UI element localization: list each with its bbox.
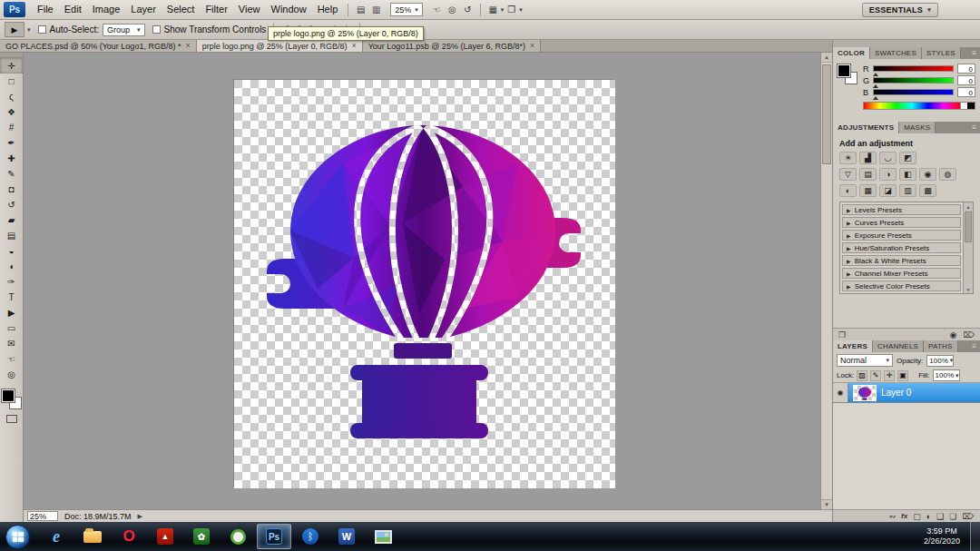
move-tool[interactable]: ✛ [0,58,23,74]
close-icon[interactable]: × [185,42,190,50]
blue-value-input[interactable]: 0 [957,87,975,97]
green-value-input[interactable]: 0 [957,75,975,85]
tab-paths[interactable]: PATHS [924,340,957,352]
arrange-documents-icon[interactable]: ▦ [485,5,501,15]
color-balance-icon[interactable]: ◑ [879,168,897,181]
expander-icon[interactable]: ▶ [847,220,851,226]
close-icon[interactable]: × [351,42,356,50]
selective-color-presets-item[interactable]: ▶ Selective Color Presets [842,280,961,291]
layer-row-layer-0[interactable]: ◉ Layer 0 [833,383,980,403]
channel-mixer-presets-item[interactable]: ▶ Channel Mixer Presets [842,268,961,279]
notes-tool[interactable]: ✉ [0,336,23,351]
scroll-up-icon[interactable]: ▲ [821,53,832,63]
menu-select[interactable]: Select [162,0,201,19]
layer-style-icon[interactable]: fx [901,512,907,520]
dodge-tool[interactable]: ◖ [0,259,23,274]
lock-pixels-icon[interactable]: ✎ [870,370,881,381]
close-icon[interactable]: × [530,42,534,50]
lock-transparent-icon[interactable]: ▨ [857,370,867,381]
blue-slider[interactable] [873,89,954,95]
levels-presets-item[interactable]: ▶ Levels Presets [842,204,961,215]
view-extras-icon[interactable]: ▥ [368,5,384,15]
spectrum-gradient[interactable] [864,103,960,109]
taskbar-adobe-reader[interactable]: ▲ [148,524,182,549]
status-zoom-input[interactable]: 25% [27,511,58,521]
workspace-switcher[interactable]: ESSENTIALS ▾ [862,3,938,17]
slider-thumb[interactable] [873,84,878,88]
zoom-tool[interactable]: ◎ [0,367,23,382]
scroll-down-icon[interactable]: ▼ [964,285,973,293]
taskbar-bluetooth[interactable]: ᛒ [293,524,328,549]
taskbar-clock[interactable]: 3:59 PM 2/26/2020 [914,526,970,546]
posterize-icon[interactable]: ▦ [859,184,877,197]
clone-stamp-tool[interactable]: ◘ [0,182,23,197]
menu-edit[interactable]: Edit [59,0,87,19]
eraser-tool[interactable]: ▰ [0,212,23,228]
expanded-view-icon[interactable]: ❐ [838,330,846,339]
pen-tool[interactable]: ✑ [0,274,23,290]
taskbar-photo-viewer[interactable] [366,524,400,549]
rotate-view-icon[interactable]: ↺ [460,5,475,15]
brush-tool[interactable]: ✎ [0,166,23,182]
black-swatch[interactable] [967,103,975,109]
show-transform-checkbox[interactable] [152,25,161,34]
vertical-scrollbar[interactable]: ▲ ▼ [820,53,832,509]
toggle-visibility-icon[interactable]: ◉ [949,330,956,339]
magnifier-icon[interactable]: ◎ [445,5,460,15]
menu-file[interactable]: File [32,0,59,19]
new-layer-icon[interactable]: ❏ [949,512,956,521]
blur-tool[interactable]: ◒ [0,243,23,259]
taskbar-word[interactable]: W [329,524,364,549]
exposure-presets-item[interactable]: ▶ Exposure Presets [842,230,961,241]
delete-adjustment-icon[interactable]: ⌦ [963,330,975,339]
panel-menu-icon[interactable]: ≡ [968,340,980,352]
healing-brush-tool[interactable]: ✚ [0,151,23,166]
levels-icon[interactable]: ▟ [859,152,877,164]
menu-help[interactable]: Help [312,0,344,19]
slider-thumb[interactable] [873,73,878,76]
selective-color-icon[interactable]: ▩ [919,184,936,197]
exposure-icon[interactable]: ◩ [899,152,916,164]
canvas-viewport[interactable]: ▲ ▼ 25% Doc: 18.9M/15.7M ▶ [24,53,832,522]
red-value-input[interactable]: 0 [957,64,975,74]
threshold-icon[interactable]: ◪ [879,184,897,197]
auto-select-checkbox[interactable] [38,25,46,34]
document-canvas[interactable] [233,79,614,487]
panel-menu-icon[interactable]: ≡ [968,47,980,59]
invert-icon[interactable]: ◐ [839,184,857,197]
marquee-tool[interactable]: □ [0,74,23,89]
history-brush-tool[interactable]: ↺ [0,197,23,212]
tab-swatches[interactable]: SWATCHES [870,47,922,59]
show-desktop-button[interactable] [970,522,980,551]
vibrance-icon[interactable]: ▽ [839,168,857,181]
curves-presets-item[interactable]: ▶ Curves Presets [842,217,961,228]
hue-saturation-icon[interactable]: ▤ [859,168,877,181]
eyedropper-tool[interactable]: ✒ [0,135,23,151]
tab-channels[interactable]: CHANNELS [873,340,924,352]
white-swatch[interactable] [960,103,967,109]
expander-icon[interactable]: ▶ [847,232,851,239]
menu-view[interactable]: View [233,0,266,19]
layer-mask-icon[interactable]: ▢ [913,512,921,521]
expander-icon[interactable]: ▶ [847,245,851,251]
scrollbar-thumb[interactable] [965,212,972,242]
bridge-icon[interactable]: ▤ [353,5,368,15]
doc-tab-go-places[interactable]: GO PLACES.psd @ 50% (Your Logo1, RGB/8) … [0,40,197,52]
expander-icon[interactable]: ▶ [847,283,851,290]
taskbar-media-app[interactable] [220,524,255,549]
adjustment-layer-icon[interactable]: ◐ [926,512,931,521]
green-slider[interactable] [873,77,954,84]
auto-select-dropdown[interactable]: Group ▾ [103,24,145,36]
expander-icon[interactable]: ▶ [847,271,851,277]
black-white-presets-item[interactable]: ▶ Black & White Presets [842,255,961,266]
lock-all-icon[interactable]: ▣ [897,370,908,381]
menu-layer[interactable]: Layer [125,0,162,19]
gradient-map-icon[interactable]: ▥ [899,184,916,197]
tab-layers[interactable]: LAYERS [833,340,873,352]
lock-position-icon[interactable]: ✛ [884,370,895,381]
zoom-level-box[interactable]: 25% ▾ [390,3,423,16]
path-selection-tool[interactable]: ▶ [0,305,23,320]
menu-window[interactable]: Window [266,0,312,19]
move-tool-preset[interactable]: ▶ [5,22,24,37]
delete-layer-icon[interactable]: ⌦ [962,512,974,521]
